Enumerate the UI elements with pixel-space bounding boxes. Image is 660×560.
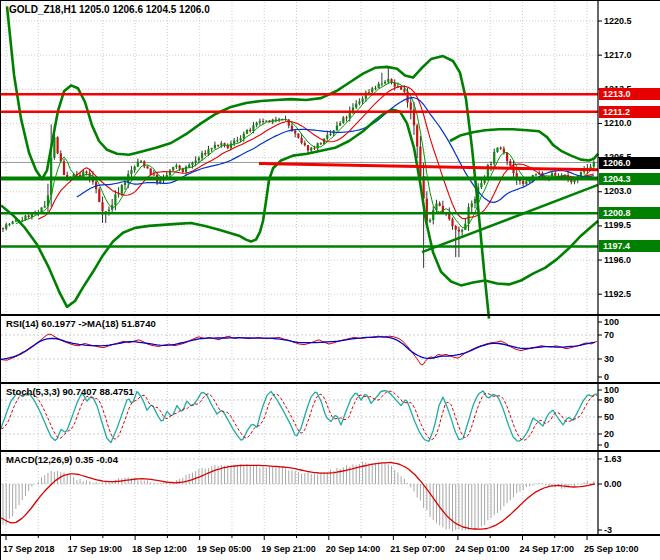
candle-body (317, 143, 319, 148)
candle-body (150, 168, 152, 174)
candle-body (172, 167, 174, 170)
candle-body (233, 141, 235, 144)
price-tick-label: 1203.0 (604, 186, 632, 196)
candle-body (265, 120, 267, 121)
candle-body (522, 181, 524, 184)
candle-body (2, 228, 4, 229)
macd-tick-label: 1.63 (604, 454, 622, 464)
time-axis-label: 19 Sep 21:00 (261, 544, 316, 554)
time-axis-label: 24 Sep 01:00 (455, 544, 510, 554)
price-badge: 1206.0 (599, 157, 660, 169)
candle-body (500, 148, 502, 149)
candle-body (358, 102, 360, 104)
candle-body (175, 166, 177, 167)
macd-tick-label: -3 (604, 525, 612, 535)
macd-indicator-label: MACD(12,26,9) 0.35 -0.04 (6, 454, 118, 465)
candle-body (63, 161, 65, 175)
candle-body (130, 170, 132, 174)
candle-body (310, 148, 312, 151)
candle-body (387, 79, 389, 82)
candle-body (114, 194, 116, 205)
macd-tick-label: 0.00 (604, 479, 622, 489)
candle-body (439, 203, 441, 206)
candle-body (326, 135, 328, 139)
candle-body (256, 123, 258, 126)
candle-body (56, 137, 58, 153)
stoch-tick-label: 80 (604, 395, 614, 405)
panel-separator (1, 450, 660, 452)
price-tick-label: 1199.5 (604, 220, 631, 230)
price-tick-label: 1196.0 (604, 255, 631, 265)
candle-body (403, 90, 405, 92)
panel-separator (1, 314, 660, 316)
rsi-indicator-label: RSI(14) 60.1977 ->MA(18) 51.8740 (6, 318, 156, 329)
candle-body (458, 230, 460, 232)
candle-body (140, 161, 142, 162)
price-tick-label: 1220.5 (604, 16, 632, 26)
price-tick-label: 1217.0 (604, 50, 632, 60)
candle-body (191, 163, 193, 165)
candle-body (362, 99, 364, 102)
candle-body (342, 117, 344, 123)
candle-body (301, 138, 303, 143)
candle-body (455, 226, 457, 229)
candle-body (345, 117, 347, 118)
candle-body (374, 88, 376, 89)
candle-body (108, 210, 110, 212)
rsi-tick-label: 70 (604, 330, 614, 340)
candle-body (217, 145, 219, 146)
candle-body (490, 164, 492, 165)
stoch-tick-label: 20 (604, 429, 614, 439)
candle-body (493, 152, 495, 164)
time-axis-label: 18 Sep 12:00 (132, 544, 187, 554)
candle-body (204, 153, 206, 154)
candle-body (384, 82, 386, 84)
candle-body (329, 134, 331, 136)
candle-body (259, 121, 261, 123)
candle-body (525, 181, 527, 184)
candle-body (137, 162, 139, 167)
rsi-tick-label: 0 (604, 372, 609, 382)
time-axis-label: 17 Sep 19:00 (68, 544, 123, 554)
candle-body (101, 202, 103, 211)
time-axis-label: 24 Sep 17:00 (519, 544, 574, 554)
candle-body (381, 83, 383, 84)
candle-body (262, 121, 264, 122)
candle-body (214, 145, 216, 148)
candle-body (371, 88, 373, 92)
candle-body (294, 131, 296, 134)
candle-body (146, 166, 148, 168)
time-axis[interactable] (6, 536, 587, 540)
candle-body (506, 153, 508, 161)
candle-body (471, 203, 473, 207)
price-badge: 1197.4 (599, 240, 660, 252)
candle-body (246, 130, 248, 134)
candle-body (98, 189, 100, 202)
time-axis-label: 25 Sep 10:00 (584, 544, 639, 554)
candle-body (461, 230, 463, 232)
candle-body (85, 172, 87, 174)
candle-body (8, 224, 10, 225)
candle-body (195, 160, 197, 162)
candle-body (236, 140, 238, 141)
candle-body (339, 123, 341, 126)
candle-body (451, 219, 453, 226)
price-tick-label: 1192.5 (604, 289, 631, 299)
candle-body (410, 103, 412, 110)
candle-body (124, 183, 126, 185)
candle-body (188, 165, 190, 167)
price-badge: 1213.0 (599, 88, 660, 100)
candle-body (503, 149, 505, 153)
candle-body (5, 224, 7, 228)
stoch-tick-label: 0 (604, 440, 609, 450)
panel-separator (1, 382, 660, 384)
candle-body (535, 174, 537, 175)
candle-body (169, 170, 171, 175)
panel-separator (1, 534, 660, 536)
chart-canvas[interactable] (1, 1, 660, 560)
stochastic-indicator-label: Stoch(5,3,3) 90.7407 88.4751 (6, 386, 134, 397)
candle-body (121, 185, 123, 193)
trading-chart-window: GOLD_Z18,H1 1205.0 1206.6 1204.5 1206.0 … (0, 0, 660, 560)
candle-body (355, 104, 357, 108)
candle-body (429, 220, 431, 221)
